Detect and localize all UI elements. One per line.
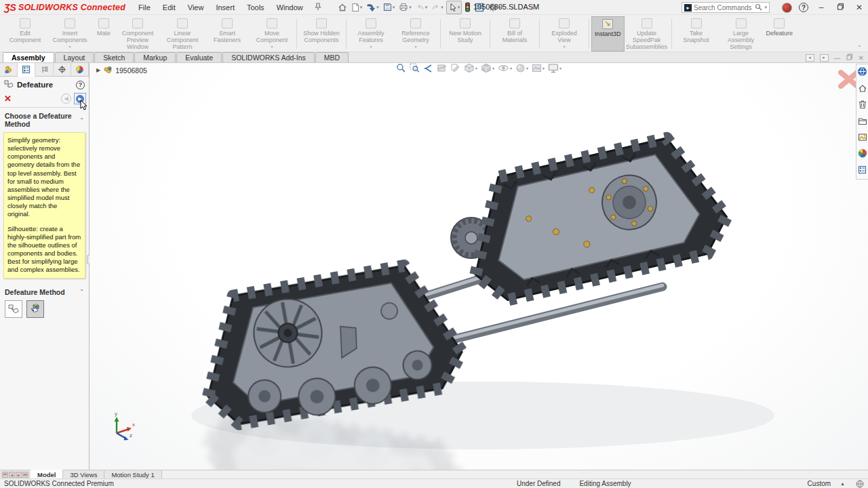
ribbon-button[interactable] (490, 19, 490, 49)
next-arrow-button[interactable]: ▶ (74, 93, 86, 104)
graphics-viewport[interactable]: ▶ 19506805 ▾ ▾ ▾ ▾ ▾ ▾ (90, 63, 868, 470)
ribbon-button[interactable]: Linear Component Pattern (160, 16, 205, 52)
ribbon-button[interactable]: Bill of Materials (492, 16, 537, 52)
restore-icon[interactable] (834, 3, 846, 12)
zoom-to-fit-icon[interactable] (396, 63, 406, 73)
edit-appearance-icon[interactable]: ▾ (515, 63, 528, 73)
minimize-icon[interactable]: – (815, 3, 827, 12)
display-style-icon[interactable]: ▾ (481, 63, 494, 73)
ribbon-button[interactable]: Exploded View (542, 16, 587, 52)
design-library-icon[interactable] (859, 100, 867, 112)
document-tab[interactable]: Model (31, 470, 63, 479)
model-canvas[interactable] (90, 63, 867, 470)
undo-icon[interactable]: ▾ (414, 2, 429, 13)
configuration-manager-icon[interactable] (35, 63, 53, 76)
command-tab[interactable]: Layout (55, 52, 94, 62)
menu-item[interactable]: Insert (210, 1, 241, 14)
search-dropdown-icon[interactable]: ▾ (764, 5, 767, 10)
home-icon[interactable] (858, 83, 867, 96)
ribbon-button[interactable] (440, 19, 441, 49)
silhouette-icon[interactable] (26, 300, 44, 318)
ribbon-button[interactable]: Component Preview Window (115, 16, 160, 52)
ribbon-button[interactable]: Smart Fasteners (205, 16, 250, 52)
ribbon-button[interactable]: Insert Components (47, 16, 92, 52)
rebuild-icon[interactable] (463, 1, 472, 14)
document-tab[interactable]: Motion Study 1 (104, 470, 161, 479)
doc-close-icon[interactable]: ✕ (859, 54, 864, 62)
doc-minimize-icon[interactable]: — (834, 54, 841, 62)
custom-properties-icon[interactable] (858, 165, 867, 177)
ribbon-button[interactable] (539, 19, 540, 49)
search-commands-box[interactable]: ▸ ▾ (682, 2, 770, 13)
menu-item[interactable]: Edit (157, 1, 182, 14)
section-choose-method[interactable]: Choose a Defeature Method ⌃ (0, 108, 89, 131)
apply-scene-icon[interactable]: ▾ (532, 63, 545, 73)
appearances-icon[interactable] (858, 148, 867, 161)
menu-item[interactable]: Window (271, 1, 309, 14)
help-icon[interactable]: ? (799, 3, 808, 12)
close-icon[interactable]: ✕ (853, 3, 865, 12)
command-tab[interactable]: SOLIDWORKS Add-Ins (222, 52, 315, 62)
first-tab-icon[interactable]: ⏮ (2, 472, 8, 478)
collapse-chevron-icon[interactable]: ⌃ (79, 289, 84, 295)
menu-item[interactable]: View (182, 1, 210, 14)
simplify-geometry-icon[interactable] (5, 300, 22, 318)
command-tab[interactable]: Evaluate (176, 52, 222, 62)
search-icon[interactable] (755, 3, 762, 12)
last-tab-icon[interactable]: ⏭ (22, 472, 28, 478)
ribbon-button[interactable]: Take Snapshot (674, 16, 719, 52)
new-document-icon[interactable]: ▾ (350, 1, 364, 14)
file-explorer-icon[interactable] (858, 116, 867, 128)
feature-manager-icon[interactable] (0, 63, 18, 76)
ribbon-button[interactable]: Assembly Features (349, 16, 393, 52)
ribbon-button[interactable]: Update SpeedPak Subassemblies (625, 16, 669, 52)
user-avatar[interactable] (782, 3, 792, 13)
cancel-button[interactable]: ✕ (4, 94, 12, 103)
command-tab[interactable]: Sketch (94, 52, 134, 62)
view-settings-icon[interactable]: ▾ (548, 63, 561, 73)
ribbon-button[interactable]: Mate (92, 16, 115, 52)
ribbon-button[interactable]: Edit Component (3, 16, 47, 52)
next-tab-icon[interactable]: ▸ (16, 472, 22, 478)
menu-item[interactable]: File (132, 1, 157, 14)
threedexperience-icon[interactable] (857, 66, 867, 79)
prev-tab-icon[interactable]: ◂ (9, 472, 15, 478)
print-icon[interactable]: ▾ (397, 1, 413, 13)
ribbon-button[interactable] (296, 19, 297, 49)
ribbon-button[interactable] (346, 19, 347, 49)
ribbon-button[interactable]: Show Hidden Components (299, 16, 344, 52)
menu-item[interactable]: Tools (241, 1, 271, 14)
section-defeature-method[interactable]: Defeature Method ⌃ (0, 284, 89, 299)
doc-restore-icon[interactable] (846, 54, 853, 62)
ribbon-button[interactable]: New Motion Study (443, 16, 488, 52)
hide-show-items-icon[interactable]: ▾ (498, 64, 512, 73)
view-palette-icon[interactable] (858, 132, 867, 144)
ribbon-button[interactable]: Move Component (250, 16, 294, 52)
configuration-selector[interactable]: Custom (808, 480, 831, 487)
ribbon-button[interactable]: Reference Geometry (393, 16, 438, 52)
redo-icon[interactable]: ▾ (430, 2, 445, 13)
display-manager-icon[interactable] (71, 63, 89, 76)
pin-icon[interactable] (309, 3, 327, 12)
ribbon-button[interactable]: Large Assembly Settings (719, 16, 764, 52)
dynamic-annotation-icon[interactable] (450, 63, 460, 73)
property-manager-icon[interactable] (18, 63, 35, 77)
tree-expand-icon[interactable]: ▶ (96, 67, 100, 73)
previous-view-icon[interactable] (423, 63, 433, 73)
view-orientation-icon[interactable]: ▾ (464, 63, 477, 73)
ribbon-button[interactable]: Instant3D (591, 16, 625, 52)
tree-root-label[interactable]: 19506805 (115, 66, 147, 75)
ribbon-button[interactable] (671, 19, 672, 49)
flyout-feature-tree[interactable]: ▶ 19506805 (96, 66, 147, 75)
command-tab[interactable]: Assembly (3, 52, 54, 62)
pane-right-icon[interactable]: ▸ (820, 54, 829, 62)
ribbon-button[interactable] (589, 19, 589, 49)
select-arrow-icon[interactable]: ▾ (446, 1, 462, 14)
home-icon[interactable] (336, 1, 349, 14)
save-icon[interactable]: ▾ (382, 1, 397, 13)
document-tab[interactable]: 3D Views (63, 470, 104, 479)
command-tab[interactable]: MBD (315, 52, 349, 62)
collapse-chevron-icon[interactable]: ⌃ (79, 117, 84, 123)
open-icon[interactable]: ▾ (365, 1, 380, 14)
panel-help-icon[interactable]: ? (76, 81, 85, 89)
